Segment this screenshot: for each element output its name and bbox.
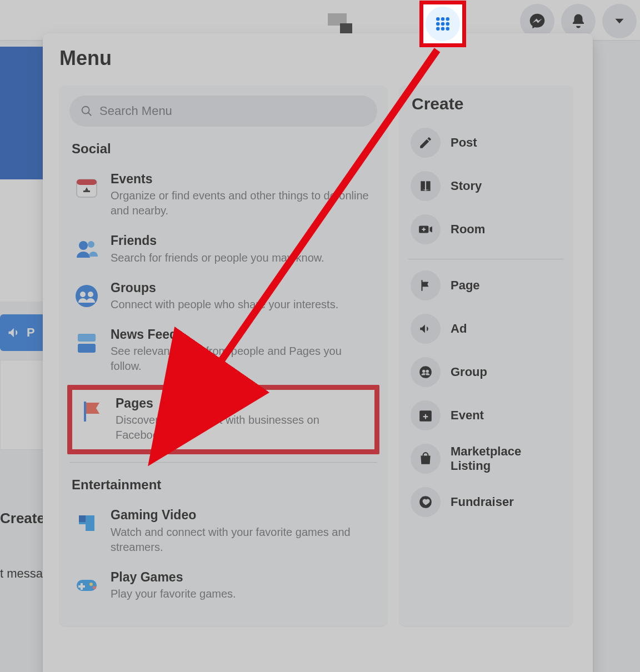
menu-item-news-feed[interactable]: News Feed See relevant posts from people… [69,320,377,382]
svg-rect-10 [84,402,86,422]
svg-point-7 [88,292,93,297]
menu-item-title: Play Games [111,570,236,584]
menu-item-desc: Play your favorite games. [111,586,236,601]
heart-coin-icon [411,487,441,517]
create-label: Event [451,408,484,423]
account-button[interactable] [602,4,637,38]
menu-item-groups[interactable]: Groups Connect with people who share you… [69,273,377,320]
search-input[interactable]: Search Menu [69,96,377,127]
menu-item-desc: Search for friends or people you may kno… [111,250,324,265]
menu-item-title: Groups [111,281,338,295]
pixelated-avatar [328,13,361,36]
create-room[interactable]: Room [408,208,564,251]
gaming-video-icon [72,508,102,538]
create-event[interactable]: Event [408,394,564,437]
edit-icon [411,128,441,158]
svg-point-15 [89,583,93,586]
menu-item-desc: See relevant posts from people and Pages… [111,344,375,374]
create-marketplace-listing[interactable]: Marketplace Listing [408,437,564,480]
menu-item-desc: Connect with people who share your inter… [111,297,338,312]
create-ad[interactable]: Ad [408,307,564,350]
bag-icon [411,444,441,474]
menu-item-play-games[interactable]: Play Games Play your favorite games. [69,563,377,609]
create-label: Post [451,136,477,150]
svg-point-25 [441,27,445,31]
megaphone-icon [7,325,22,340]
video-plus-icon [411,214,441,244]
create-page[interactable]: Page [408,264,564,307]
calendar-plus-icon [411,400,441,430]
svg-point-22 [441,22,445,26]
menu-item-desc: Watch and connect with your favorite gam… [111,525,375,555]
menu-item-title: Pages [116,397,370,410]
search-icon [81,105,93,117]
svg-point-20 [446,17,450,21]
create-label: Page [451,278,480,293]
create-label: Marketplace Listing [451,444,562,474]
svg-point-19 [441,17,445,21]
svg-point-24 [436,27,440,31]
group-icon [411,357,441,387]
section-heading-social: Social [72,141,377,157]
search-placeholder: Search Menu [99,104,172,118]
menu-item-pages[interactable]: Pages Discover and connect with business… [67,385,379,454]
create-post[interactable]: Post [408,121,564,164]
bell-icon [570,13,587,29]
friends-icon [72,234,102,264]
background-create-heading: Create [0,510,45,527]
svg-point-23 [446,22,450,26]
grid-icon [434,16,451,32]
create-label: Group [451,365,487,379]
flag-icon [411,270,441,300]
background-message-frag: t messa [0,566,43,581]
svg-point-18 [436,17,440,21]
pages-flag-icon [77,397,107,427]
menu-main-column: Search Menu Social Events Organize or fi… [59,86,387,626]
create-label: Ad [451,322,467,336]
create-story[interactable]: Story [408,164,564,208]
caret-down-icon [612,14,627,28]
menu-item-title: Friends [111,234,324,248]
create-fundraiser[interactable]: Fundraiser [408,480,564,524]
menu-item-title: Gaming Video [111,508,375,522]
menu-title: Menu [59,47,576,70]
create-divider [408,259,564,259]
svg-point-4 [88,241,94,248]
svg-point-16 [93,586,96,589]
menu-item-title: Events [111,172,375,186]
svg-rect-1 [77,179,97,185]
svg-rect-9 [78,344,96,353]
create-column: Create Post Story [399,86,573,626]
menu-item-events[interactable]: Events Organize or find events and other… [69,164,377,226]
menu-panel: Menu Search Menu Social Events [43,33,593,672]
svg-point-5 [76,285,98,307]
menu-item-friends[interactable]: Friends Search for friends or people you… [69,226,377,273]
svg-point-21 [436,22,440,26]
menu-button[interactable] [426,7,460,41]
background-side-card [0,360,48,450]
create-label: Room [451,222,485,237]
create-heading: Create [412,94,564,113]
promote-label: P [27,325,35,340]
play-games-icon [72,570,102,600]
menu-item-title: News Feed [111,328,375,342]
book-icon [411,171,441,201]
svg-rect-8 [78,334,96,342]
background-profile-panel [0,179,47,302]
section-heading-entertainment: Entertainment [72,477,377,493]
background-cover [0,47,47,179]
svg-rect-14 [78,585,85,588]
create-label: Story [451,179,482,193]
megaphone-icon [411,314,441,344]
create-group[interactable]: Group [408,350,564,394]
menu-button-highlight [419,1,466,47]
section-divider [69,462,377,463]
menu-item-desc: Organize or find events and other things… [111,188,375,218]
create-label: Fundraiser [451,495,514,509]
svg-point-3 [79,241,88,250]
messenger-icon [529,13,546,29]
svg-rect-2 [83,190,90,192]
svg-point-26 [446,27,450,31]
menu-item-gaming-video[interactable]: Gaming Video Watch and connect with your… [69,500,377,562]
news-feed-icon [72,328,102,358]
